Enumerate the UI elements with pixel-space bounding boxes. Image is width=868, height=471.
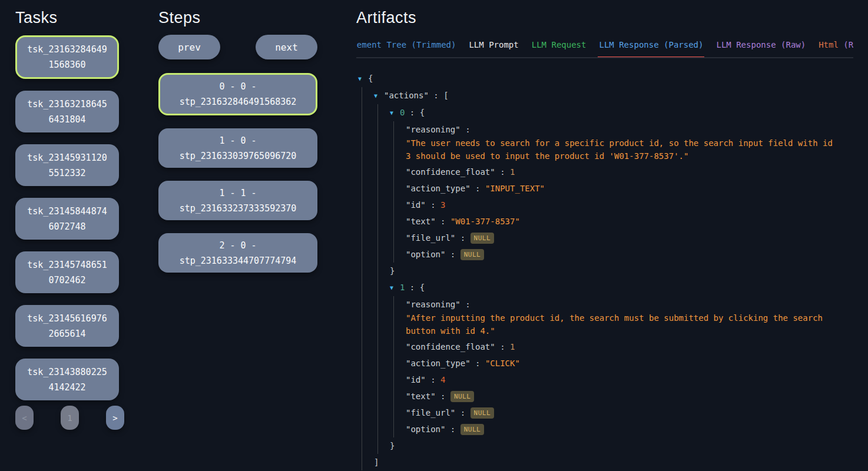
json-punctuation: :: [495, 167, 510, 177]
json-punctuation: :: [460, 125, 471, 134]
prev-page-button[interactable]: <: [15, 406, 34, 430]
task-item[interactable]: tsk_231438802254142422: [15, 359, 119, 400]
artifact-tab[interactable]: Element Tree (Trimmed): [356, 38, 457, 58]
json-num-dim: 1: [510, 167, 515, 177]
task-list: tsk_231632846491568360tsk_23163218645643…: [15, 35, 120, 400]
artifact-tab[interactable]: LLM Prompt: [468, 38, 519, 58]
json-string-value: "The user needs to search for a specific…: [406, 137, 837, 162]
json-row: ▼1 : {: [390, 279, 853, 296]
json-row: "text" : "W01-377-8537": [406, 213, 853, 230]
artifact-tab-bar: Element Tree (Trimmed)LLM PromptLLM Requ…: [356, 38, 853, 58]
json-row: "id" : 3: [406, 197, 853, 213]
next-step-button[interactable]: next: [256, 35, 317, 59]
json-punctuation: :: [445, 424, 460, 434]
null-badge: NULL: [460, 249, 485, 260]
json-punctuation: :: [471, 359, 485, 368]
collapse-toggle-icon[interactable]: ▼: [390, 282, 400, 294]
null-badge: NULL: [471, 407, 495, 419]
artifacts-panel: Artifacts Element Tree (Trimmed)LLM Prom…: [356, 0, 853, 471]
json-punctuation: :: [445, 250, 460, 259]
json-key: "id": [406, 200, 426, 210]
json-row: ▼"actions" : [: [374, 87, 853, 104]
task-item[interactable]: tsk_231459311205512332: [15, 144, 119, 186]
tasks-panel: Tasks tsk_231632846491568360tsk_23163218…: [15, 0, 120, 430]
json-row: "file_url" : NULL: [406, 230, 853, 246]
task-item[interactable]: tsk_231458448746072748: [15, 198, 119, 240]
artifact-tab[interactable]: LLM Request: [531, 38, 588, 58]
collapse-toggle-icon[interactable]: ▼: [390, 107, 400, 119]
collapse-toggle-icon[interactable]: ▼: [374, 90, 384, 102]
json-punctuation: {: [420, 108, 425, 117]
artifact-tab-label: LLM Request: [532, 40, 587, 49]
step-item[interactable]: 1 - 0 - stp_231633039765096720: [158, 128, 317, 168]
task-item[interactable]: tsk_231632846491568360: [15, 35, 119, 79]
json-punctuation: {: [368, 74, 373, 83]
json-row: ]: [374, 454, 853, 470]
json-punctuation: }: [390, 441, 395, 450]
task-item[interactable]: tsk_231456169762665614: [15, 305, 119, 347]
json-row: ▼{: [358, 70, 853, 87]
step-item[interactable]: 2 - 0 - stp_231633344707774794: [158, 233, 317, 273]
step-item[interactable]: 0 - 0 - stp_231632846491568362: [158, 73, 317, 115]
collapse-toggle-icon[interactable]: ▼: [358, 73, 368, 85]
artifact-tab-label: (Raw): [843, 40, 853, 49]
json-str: "INPUT_TEXT": [485, 184, 545, 193]
json-row: "action_type" : "INPUT_TEXT": [406, 180, 853, 197]
page-number-button[interactable]: 1: [61, 406, 79, 430]
json-children: ▼0 : {"reasoning" : "The user needs to s…: [377, 104, 853, 454]
null-badge: NULL: [471, 233, 495, 244]
step-controls: prev next: [158, 35, 317, 59]
json-num: 4: [440, 375, 445, 384]
json-punctuation: :: [471, 184, 485, 193]
json-children: "reasoning" : "After inputting the produ…: [393, 296, 853, 437]
json-punctuation: :: [495, 342, 510, 351]
artifact-tab-label: LLM Response (Raw): [716, 40, 806, 49]
json-row: "reasoning" :: [406, 296, 853, 313]
tasks-pagination: < 1 >: [15, 406, 124, 430]
json-row: "confidence_float" : 1: [406, 339, 853, 355]
artifact-tab-label: Element Tree (Trimmed): [356, 40, 456, 49]
json-punctuation: ]: [374, 457, 379, 467]
json-punctuation: {: [420, 283, 425, 292]
artifact-tab[interactable]: LLM Response (Raw): [715, 38, 807, 58]
json-punctuation: :: [436, 217, 450, 226]
json-key: "text": [406, 392, 436, 401]
json-row: }: [390, 263, 853, 279]
null-badge: NULL: [450, 391, 475, 402]
artifact-tab[interactable]: LLM Response (Parsed): [598, 38, 704, 58]
json-row: "confidence_float" : 1: [406, 164, 853, 180]
json-punctuation: :: [436, 392, 450, 401]
prev-step-button[interactable]: prev: [158, 35, 220, 59]
json-punctuation: :: [426, 375, 440, 384]
json-row: "reasoning" :: [406, 121, 853, 138]
json-row: ▼0 : {: [390, 104, 853, 121]
json-key: "file_url": [406, 233, 455, 243]
tasks-title: Tasks: [15, 7, 120, 28]
json-key: "option": [406, 250, 445, 259]
json-key: "reasoning": [406, 125, 460, 134]
artifact-tab[interactable]: Html (Raw): [817, 38, 853, 58]
task-item[interactable]: tsk_231457486510702462: [15, 251, 119, 293]
json-row: "action_type" : "CLICK": [406, 355, 853, 372]
json-row: }: [390, 437, 853, 454]
json-row: "file_url" : NULL: [406, 404, 853, 421]
task-item[interactable]: tsk_231632186456431804: [15, 91, 119, 132]
json-row: "option" : NULL: [406, 246, 853, 263]
next-page-button[interactable]: >: [106, 406, 124, 430]
json-key: "id": [406, 375, 426, 384]
json-key: "action_type": [406, 359, 471, 368]
step-item[interactable]: 1 - 1 - stp_231633237333592370: [158, 181, 317, 220]
json-num-dim: 1: [510, 342, 515, 351]
json-punctuation: }: [390, 266, 395, 276]
json-row: "option" : NULL: [406, 421, 853, 437]
json-string-value: "After inputting the product id, the sea…: [406, 311, 837, 337]
json-children: ▼"actions" : [▼0 : {"reasoning" : "The u…: [362, 87, 853, 470]
artifacts-title: Artifacts: [356, 7, 853, 28]
artifact-tab-strip: Element Tree (Trimmed)LLM PromptLLM Requ…: [356, 38, 853, 58]
json-punctuation: :: [426, 200, 440, 210]
steps-panel: Steps prev next 0 - 0 - stp_231632846491…: [158, 0, 317, 273]
artifact-tab-label: LLM Prompt: [469, 40, 518, 49]
json-punctuation: :: [405, 283, 419, 292]
json-tree-viewer: ▼{▼"actions" : [▼0 : {"reasoning" : "The…: [356, 70, 853, 471]
json-str: "W01-377-8537": [450, 217, 520, 226]
